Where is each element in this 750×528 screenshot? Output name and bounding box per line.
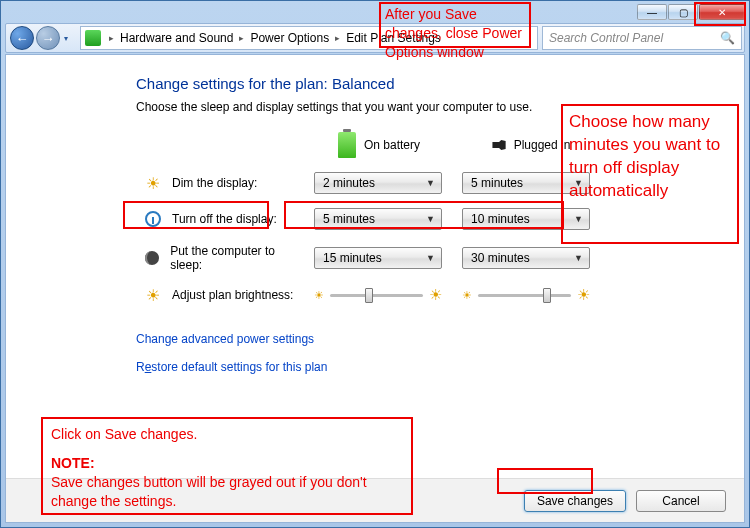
dim-battery-combo[interactable]: 2 minutes▼: [314, 172, 442, 194]
annotation-text-top: After you Save changes, close Power Opti…: [385, 5, 530, 62]
chevron-down-icon: ▼: [426, 253, 435, 263]
nav-forward-button[interactable]: →: [36, 26, 60, 50]
titlebar: — ▢ ✕: [1, 1, 749, 23]
cancel-button[interactable]: Cancel: [636, 490, 726, 512]
sleep-icon: [144, 249, 160, 267]
breadcrumb-seg[interactable]: Hardware and Sound: [118, 31, 235, 45]
power-options-icon: [85, 30, 101, 46]
restore-defaults-link[interactable]: Restore default settings for this plan: [136, 360, 714, 374]
brightness-icon: ☀: [144, 286, 162, 304]
chevron-down-icon: ▼: [574, 253, 583, 263]
minimize-button[interactable]: —: [637, 4, 667, 20]
search-input[interactable]: Search Control Panel 🔍: [542, 26, 742, 50]
search-placeholder: Search Control Panel: [549, 31, 663, 45]
annotation-text-right: Choose how many minutes you want to turn…: [569, 111, 734, 203]
nav-back-button[interactable]: ←: [10, 26, 34, 50]
chevron-right-icon: ▸: [235, 33, 248, 43]
sleep-battery-combo[interactable]: 15 minutes▼: [314, 247, 442, 269]
breadcrumb-seg[interactable]: Power Options: [248, 31, 331, 45]
chevron-right-icon: ▸: [331, 33, 344, 43]
chevron-right-icon: ▸: [105, 33, 118, 43]
battery-icon: [338, 132, 356, 158]
page-title: Change settings for the plan: Balanced: [136, 75, 714, 92]
window-frame: — ▢ ✕ ← → ▾ ▸ Hardware and Sound ▸ Power…: [0, 0, 750, 528]
sun-low-icon: ☀: [462, 289, 472, 302]
row-brightness-label: ☀ Adjust plan brightness:: [136, 286, 296, 304]
annotation-box-save: [497, 468, 593, 494]
sun-high-icon: ☀: [429, 286, 442, 304]
row-sleep-label: Put the computer to sleep:: [136, 244, 296, 272]
brightness-battery-slider[interactable]: [330, 294, 423, 297]
annotation-text-bottom: Click on Save changes. NOTE: Save change…: [51, 425, 401, 511]
sun-high-icon: ☀: [577, 286, 590, 304]
sun-low-icon: ☀: [314, 289, 324, 302]
slider-thumb[interactable]: [365, 288, 373, 303]
navbar: ← → ▾ ▸ Hardware and Sound ▸ Power Optio…: [5, 23, 745, 53]
chevron-down-icon: ▼: [426, 178, 435, 188]
plug-icon: [484, 140, 506, 150]
annotation-box-close: [694, 2, 746, 26]
annotation-box-row-off: [123, 201, 269, 229]
advanced-settings-link[interactable]: Change advanced power settings: [136, 332, 714, 346]
brightness-plugged-slider[interactable]: [478, 294, 571, 297]
dim-icon: ☀: [144, 174, 162, 192]
slider-thumb[interactable]: [543, 288, 551, 303]
row-dim-label: ☀ Dim the display:: [136, 174, 296, 192]
column-battery: On battery: [314, 132, 444, 158]
annotation-box-combos: [284, 201, 564, 229]
nav-history-dropdown[interactable]: ▾: [60, 26, 72, 50]
sleep-plugged-combo[interactable]: 30 minutes▼: [462, 247, 590, 269]
search-icon: 🔍: [720, 31, 735, 45]
